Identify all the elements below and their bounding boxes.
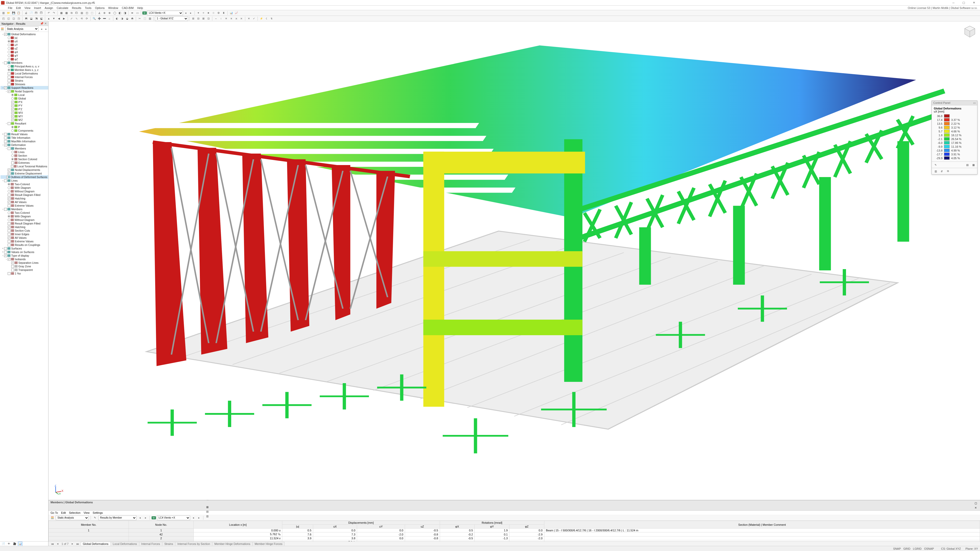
- tb2-u[interactable]: ↔: [213, 16, 218, 21]
- tree-item-22[interactable]: ✓M'X: [0, 111, 48, 114]
- tb-settings-icon[interactable]: ⚙: [216, 11, 221, 15]
- results-close-icon[interactable]: ✕: [974, 505, 978, 510]
- tb2-zoomin-icon[interactable]: ➕: [97, 16, 102, 21]
- cp-tab-filter-icon[interactable]: ⧉: [945, 169, 950, 173]
- tree-item-36[interactable]: Extremes: [0, 161, 48, 165]
- status-toggle-snap[interactable]: SNAP: [893, 547, 901, 550]
- tree-item-60[interactable]: +Surfaces: [0, 247, 48, 250]
- results-tool-4[interactable]: ▦: [205, 505, 210, 510]
- tree-item-28[interactable]: +Result Values: [0, 132, 48, 136]
- tree-item-52[interactable]: Without Diagram: [0, 218, 48, 222]
- tb2-w[interactable]: ⤧: [224, 16, 228, 21]
- tree-checkbox[interactable]: ✓: [11, 111, 14, 114]
- tree-checkbox[interactable]: ✓: [4, 86, 7, 89]
- tree-item-35[interactable]: Section Colored: [0, 157, 48, 161]
- tree-radio[interactable]: [8, 54, 10, 57]
- tb2-ac[interactable]: ↯: [269, 16, 274, 21]
- tb2-y[interactable]: ⤩: [234, 16, 239, 21]
- tree-item-57[interactable]: ✓All Values: [0, 236, 48, 240]
- tb-array-icon[interactable]: ▤: [80, 11, 84, 15]
- tree-item-48[interactable]: Extreme Values: [0, 204, 48, 207]
- tree-checkbox[interactable]: [4, 208, 7, 211]
- results-by-prev-icon[interactable]: ◂: [138, 516, 142, 520]
- tree-checkbox[interactable]: ✓: [11, 115, 14, 118]
- results-next-icon[interactable]: ▸: [70, 542, 75, 545]
- tree-checkbox[interactable]: [8, 122, 11, 125]
- navigator-tree[interactable]: −✓Global Deformations|u|uXuYuZφXφYφZ−Mem…: [0, 32, 48, 541]
- tb2-home-icon[interactable]: ⌂: [107, 16, 112, 21]
- tree-checkbox[interactable]: [4, 179, 7, 182]
- tree-item-51[interactable]: With Diagram: [0, 214, 48, 218]
- results-tab-member-hinge-forces[interactable]: Member Hinge Forces: [252, 542, 285, 546]
- tree-item-7[interactable]: φZ: [0, 57, 48, 61]
- tree-item-62[interactable]: −✓Type of display: [0, 254, 48, 257]
- nav-mode-combo[interactable]: Static Analysis: [5, 27, 38, 31]
- results-tab-member-hinge-deformations[interactable]: Member Hinge Deformations: [212, 542, 253, 546]
- tree-checkbox[interactable]: [8, 233, 11, 236]
- results-menu-go-to[interactable]: Go To: [51, 511, 58, 514]
- tree-checkbox[interactable]: [8, 240, 11, 243]
- tb-lc-combo[interactable]: LC4 Viento +X: [147, 11, 183, 15]
- tree-checkbox[interactable]: ✓: [8, 172, 11, 175]
- tree-item-47[interactable]: ✓All Values: [0, 200, 48, 204]
- tree-item-20[interactable]: ✓P'Y: [0, 104, 48, 107]
- tree-item-46[interactable]: ✓Hatching: [0, 197, 48, 200]
- tb2-f[interactable]: ⬓: [29, 16, 33, 21]
- tree-checkbox[interactable]: [8, 76, 11, 79]
- tree-item-41[interactable]: −Lines: [0, 179, 48, 183]
- tree-item-12[interactable]: Internal Forces: [0, 75, 48, 79]
- menu-insert[interactable]: Insert: [32, 6, 43, 10]
- tree-item-6[interactable]: φY: [0, 54, 48, 57]
- nav-tab-results-icon[interactable]: 📊: [18, 541, 22, 546]
- tree-checkbox[interactable]: ✓: [11, 119, 14, 121]
- tree-item-31[interactable]: −✓Deformation: [0, 143, 48, 147]
- tree-item-10[interactable]: Member Axes x, y, z: [0, 68, 48, 72]
- tree-radio[interactable]: [8, 47, 10, 50]
- tree-checkbox[interactable]: [8, 244, 11, 246]
- tree-checkbox[interactable]: ✓: [11, 101, 14, 103]
- tree-item-21[interactable]: ✓P'Z: [0, 107, 48, 111]
- tb-dim-icon[interactable]: ⬌: [130, 11, 135, 15]
- tree-item-27[interactable]: Components: [0, 129, 48, 132]
- tb2-h[interactable]: ⬕: [39, 16, 44, 21]
- tb-mirror-icon[interactable]: ⧠: [74, 11, 79, 15]
- tb-new-icon[interactable]: ▥: [1, 11, 6, 15]
- tb-del-icon[interactable]: ⊗: [107, 11, 112, 15]
- tree-item-13[interactable]: Strains: [0, 79, 48, 83]
- tb-grid-b-icon[interactable]: ▩: [64, 11, 68, 15]
- tree-checkbox[interactable]: [11, 268, 14, 272]
- tb-open-icon[interactable]: 📁: [6, 11, 11, 15]
- tb-lc-next-icon[interactable]: ▸: [189, 11, 193, 15]
- tree-checkbox[interactable]: ✓: [4, 254, 7, 257]
- tree-radio[interactable]: [8, 58, 10, 60]
- tree-radio[interactable]: [8, 186, 10, 189]
- tb2-l[interactable]: ▶: [62, 16, 66, 21]
- tree-checkbox[interactable]: ✓: [8, 197, 11, 200]
- table-row[interactable]: 425.762 ¹/₂7.67.3-2.0-0.8-0.20.1-2.9: [49, 532, 980, 537]
- tree-checkbox[interactable]: [6, 176, 8, 179]
- control-panel-collapse-icon[interactable]: ▭: [973, 101, 976, 105]
- results-menu-view[interactable]: View: [83, 511, 89, 514]
- cp-tool-edit-icon[interactable]: ✎: [933, 162, 938, 167]
- tree-item-26[interactable]: P: [0, 125, 48, 129]
- tb-saveall-icon[interactable]: 📋: [16, 11, 21, 15]
- tree-item-67[interactable]: 1 %o: [0, 272, 48, 275]
- tree-radio[interactable]: [8, 37, 10, 39]
- tree-checkbox[interactable]: [8, 72, 11, 75]
- table-row[interactable]: 110.000 u0.50.00.0-0.50.51.90.0Beam | 15…: [49, 529, 980, 532]
- table-row[interactable]: 211.524 v3.93.80.0-0.8-0.5-1.3-2.0: [49, 537, 980, 540]
- tree-checkbox[interactable]: ✓: [11, 104, 14, 107]
- tree-checkbox[interactable]: [11, 265, 14, 268]
- tb-calc-b-icon[interactable]: ✧: [201, 11, 206, 15]
- results-tab-internal-forces-by-section[interactable]: Internal Forces by Section: [175, 542, 212, 546]
- tb2-zoomout-icon[interactable]: ➖: [102, 16, 107, 21]
- tree-item-15[interactable]: −✓Support Reactions: [0, 86, 48, 89]
- results-tool-6[interactable]: ▥: [205, 514, 210, 519]
- tb2-g[interactable]: ⬔: [34, 16, 38, 21]
- results-analysis-icon[interactable]: 🧮: [50, 516, 55, 520]
- tb-results-icon[interactable]: 📊: [229, 11, 234, 15]
- tree-item-54[interactable]: ✓Hatching: [0, 225, 48, 229]
- results-first-icon[interactable]: ⏮: [49, 542, 56, 545]
- menu-tools[interactable]: Tools: [83, 6, 93, 10]
- tb2-r[interactable]: ⊟: [196, 16, 200, 21]
